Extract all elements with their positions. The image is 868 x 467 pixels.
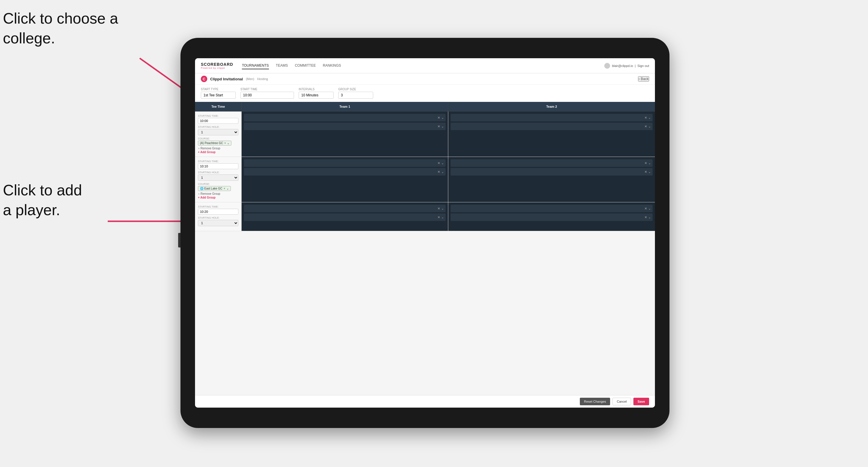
team2-slot-row3: ✕ ⌄ ✕ ⌄ — [448, 203, 655, 231]
starting-time-label: STARTING TIME: — [198, 115, 238, 117]
nav-link-rankings[interactable]: RANKINGS — [323, 62, 341, 69]
main-content: STARTING TIME: STARTING HOLE: 1 COURSE: … — [195, 112, 655, 395]
cancel-button[interactable]: Cancel — [613, 398, 631, 405]
group-size-select[interactable]: 3 — [338, 92, 373, 99]
course-label-1: COURSE: — [198, 137, 238, 140]
starting-hole-label: STARTING HOLE: — [198, 171, 238, 174]
more-icon[interactable]: ⌄ — [648, 125, 651, 128]
remove-group-btn-2[interactable]: ○ Remove Group — [198, 192, 238, 195]
player-slot[interactable]: ✕ ⌄ — [244, 114, 446, 121]
expand-icon[interactable]: ✕ — [645, 215, 647, 219]
nav-link-teams[interactable]: TEAMS — [276, 62, 288, 69]
tablet-frame: SCOREBOARD Powered by clippd TOURNAMENTS… — [181, 38, 670, 428]
avatar — [604, 63, 610, 69]
more-icon[interactable]: ⌄ — [648, 116, 651, 120]
expand-icon[interactable]: ✕ — [645, 161, 647, 165]
player-slot[interactable]: ✕ ⌄ — [244, 159, 446, 167]
starting-time-label: STARTING TIME: — [198, 205, 238, 208]
more-icon[interactable]: ⌄ — [648, 215, 651, 219]
starting-time-input-1[interactable] — [198, 118, 238, 124]
player-slot[interactable]: ✕ ⌄ — [451, 114, 653, 121]
starting-hole-select-3[interactable]: 1 — [198, 220, 238, 226]
start-time-input[interactable] — [241, 92, 294, 99]
more-icon[interactable]: ⌄ — [441, 170, 444, 174]
nav-link-committee[interactable]: COMMITTEE — [295, 62, 316, 69]
player-slot[interactable]: ✕ ⌄ — [244, 123, 446, 130]
expand-icon[interactable]: ✕ — [437, 215, 440, 219]
starting-time-label: STARTING TIME: — [198, 160, 238, 163]
intervals-group: Intervals 10 Minutes — [299, 88, 334, 99]
starting-time-input-3[interactable] — [198, 209, 238, 215]
annotation-add-player: Click to adda player. — [3, 181, 82, 220]
remove-course-btn-2[interactable]: × — [223, 187, 225, 190]
col-tee-time: Tee Time — [195, 102, 242, 111]
nav-bar: SCOREBOARD Powered by clippd TOURNAMENTS… — [195, 58, 655, 73]
more-icon[interactable]: ⌄ — [441, 116, 444, 120]
remove-course-btn-1[interactable]: × — [224, 142, 226, 145]
nav-user: blair@clippd.io | Sign out — [604, 63, 649, 69]
expand-icon[interactable]: ✕ — [437, 161, 440, 165]
more-icon[interactable]: ⌄ — [441, 125, 444, 128]
expand-icon[interactable]: ✕ — [437, 125, 440, 128]
expand-icon[interactable]: ✕ — [645, 170, 647, 174]
table-row: STARTING TIME: STARTING HOLE: 1 COURSE: … — [195, 112, 655, 157]
start-time-label: Start Time — [241, 88, 294, 91]
more-icon[interactable]: ⌄ — [441, 161, 444, 165]
form-row: Start Type 1st Tee Start Start Time Inte… — [195, 85, 655, 102]
course-tag-1[interactable]: (A) Peachtree GC × ⌄ — [198, 141, 231, 146]
tee-left-3: STARTING TIME: STARTING HOLE: 1 — [195, 203, 242, 231]
intervals-select[interactable]: 10 Minutes — [299, 92, 334, 99]
expand-icon[interactable]: ✕ — [645, 207, 647, 211]
back-button[interactable]: ‹ Back — [638, 76, 649, 82]
start-time-group: Start Time — [241, 88, 294, 99]
footer-bar: Reset Changes Cancel Save — [195, 395, 655, 408]
expand-icon[interactable]: ✕ — [437, 207, 440, 211]
player-slot[interactable]: ✕ ⌄ — [244, 168, 446, 176]
table-row: STARTING TIME: STARTING HOLE: 1 ✕ ⌄ ✕ ⌄ — [195, 203, 655, 231]
expand-icon[interactable]: ✕ — [645, 125, 647, 128]
starting-hole-select-1[interactable]: 1 — [198, 129, 238, 135]
add-group-btn-2[interactable]: + Add Group — [198, 196, 238, 199]
starting-time-input-2[interactable] — [198, 163, 238, 169]
table-header: Tee Time Team 1 Team 2 — [195, 102, 655, 112]
starting-hole-select-2[interactable]: 1 — [198, 175, 238, 181]
more-icon[interactable]: ⌄ — [648, 161, 651, 165]
remove-group-btn-1[interactable]: ○ Remove Group — [198, 147, 238, 150]
more-icon[interactable]: ⌄ — [441, 207, 444, 211]
start-type-group: Start Type 1st Tee Start — [201, 88, 236, 99]
table-row: STARTING TIME: STARTING HOLE: 1 COURSE: … — [195, 157, 655, 203]
more-icon[interactable]: ⌄ — [648, 170, 651, 174]
tablet-screen: SCOREBOARD Powered by clippd TOURNAMENTS… — [195, 58, 655, 408]
expand-icon[interactable]: ✕ — [437, 116, 440, 120]
player-slot[interactable]: ✕ ⌄ — [244, 213, 446, 221]
expand-icon[interactable]: ✕ — [437, 170, 440, 174]
player-slot[interactable]: ✕ ⌄ — [451, 123, 653, 130]
group-size-label: Group Size — [338, 88, 373, 91]
more-icon[interactable]: ⌄ — [648, 207, 651, 211]
start-type-label: Start Type — [201, 88, 236, 91]
start-type-select[interactable]: 1st Tee Start — [201, 92, 236, 99]
add-group-btn-1[interactable]: + Add Group — [198, 151, 238, 154]
nav-link-tournaments[interactable]: TOURNAMENTS — [242, 62, 269, 69]
col-team1: Team 1 — [242, 102, 448, 111]
team1-slot-row2: ✕ ⌄ ✕ ⌄ — [242, 157, 448, 202]
player-slot[interactable]: ✕ ⌄ — [451, 213, 653, 221]
sign-out-link[interactable]: Sign out — [638, 64, 649, 67]
course-tag-2[interactable]: 🌐 East Lake GC × ⌄ — [198, 186, 231, 191]
player-slot[interactable]: ✕ ⌄ — [451, 159, 653, 167]
nav-logo: SCOREBOARD Powered by clippd — [201, 62, 233, 69]
group-size-group: Group Size 3 — [338, 88, 373, 99]
team1-slot-row1: ✕ ⌄ ✕ ⌄ — [242, 112, 448, 157]
tournament-badge: (Men) — [246, 77, 254, 81]
team2-slot-row2: ✕ ⌄ ✕ ⌄ — [448, 157, 655, 202]
save-button[interactable]: Save — [633, 398, 649, 405]
sub-header: C Clippd Invitational (Men) Hosting ‹ Ba… — [195, 73, 655, 85]
expand-icon[interactable]: ✕ — [645, 116, 647, 120]
more-icon[interactable]: ⌄ — [441, 215, 444, 219]
starting-hole-label: STARTING HOLE: — [198, 216, 238, 219]
player-slot[interactable]: ✕ ⌄ — [451, 168, 653, 176]
tablet-side-button — [178, 233, 181, 247]
player-slot[interactable]: ✕ ⌄ — [244, 205, 446, 212]
player-slot[interactable]: ✕ ⌄ — [451, 205, 653, 212]
reset-changes-button[interactable]: Reset Changes — [580, 398, 610, 405]
